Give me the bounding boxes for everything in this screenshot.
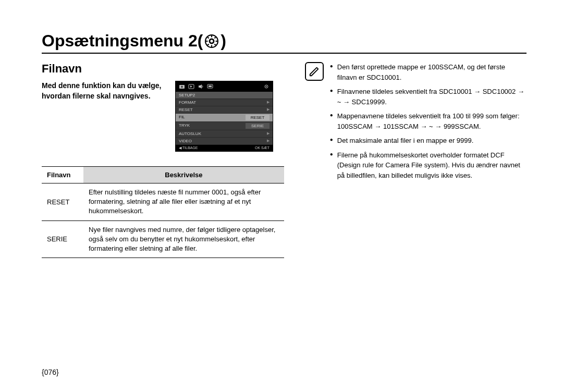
row-desc: Nye filer navngives med numre, der følge… [83, 220, 284, 258]
options-table: Filnavn Beskrivelse RESET Efter nulstill… [42, 166, 284, 258]
svg-marker-12 [190, 85, 192, 88]
table-row: SERIE Nye filer navngives med numre, der… [42, 220, 284, 258]
display-icon [207, 84, 213, 89]
lcd-top-icons [176, 81, 273, 92]
gear-icon [205, 34, 218, 48]
svg-line-5 [208, 37, 209, 38]
section-title: Filnavn [42, 62, 284, 76]
page-number: {076} [42, 368, 59, 376]
note-box: Den først oprettede mappe er 100SSCAM, o… [305, 62, 527, 185]
lcd-item-fil: FIL RESET [176, 114, 273, 122]
lcd-item-autosluk: AUTOSLUK▶ [176, 130, 273, 138]
note-item: Filnavnene tildeles sekventielt fra SDC1… [330, 87, 527, 107]
svg-rect-15 [209, 85, 212, 87]
page-title-prefix: Opsætningsmenu 2( [42, 31, 203, 51]
lcd-item-tryk: TRYK SERIE [176, 122, 273, 130]
note-item: Mappenavnene tildeles sekventielt fra 10… [330, 111, 527, 131]
lcd-item-reset: RESET▶ [176, 106, 273, 114]
camera-lcd: SETUP2 FORMAT▶ RESET▶ FIL RESET TRYK SER… [175, 81, 273, 152]
svg-point-10 [181, 86, 183, 88]
note-item: Filerne på hukommelseskortet overholder … [330, 150, 527, 181]
lcd-item-video: VIDEO▶ [176, 138, 273, 145]
table-row: RESET Efter nulstilling tildeles næste f… [42, 183, 284, 221]
pencil-icon [305, 62, 324, 81]
page-title-suffix: ) [221, 31, 226, 51]
table-head-col2: Beskrivelse [83, 167, 284, 183]
row-desc: Efter nulstilling tildeles næste fil num… [83, 183, 284, 221]
row-label: RESET [42, 183, 83, 221]
svg-line-8 [215, 37, 216, 38]
table-head-col1: Filnavn [42, 167, 83, 183]
lcd-bottom: ◀ TILBAGE OK SÆT [176, 145, 273, 151]
svg-line-7 [208, 44, 209, 45]
camera-icon [179, 84, 185, 89]
note-item: Det maksimale antal filer i en mappe er … [330, 136, 527, 146]
lcd-tab: SETUP2 [176, 92, 273, 99]
gear-small-icon [263, 83, 270, 90]
svg-line-6 [215, 44, 216, 45]
row-label: SERIE [42, 220, 83, 258]
note-list: Den først oprettede mappe er 100SSCAM, o… [330, 62, 527, 185]
lcd-sub-serie: SERIE [246, 123, 270, 129]
page-title: Opsætningsmenu 2( ) [42, 31, 527, 54]
speaker-icon [198, 84, 204, 89]
play-icon [188, 84, 194, 89]
lcd-item-format: FORMAT▶ [176, 99, 273, 106]
svg-marker-13 [199, 84, 202, 89]
note-item: Den først oprettede mappe er 100SSCAM, o… [330, 62, 527, 82]
lcd-sub-reset: RESET [246, 115, 270, 120]
intro-text: Med denne funktion kan du vælge, hvordan… [42, 81, 167, 101]
svg-point-17 [266, 86, 267, 87]
